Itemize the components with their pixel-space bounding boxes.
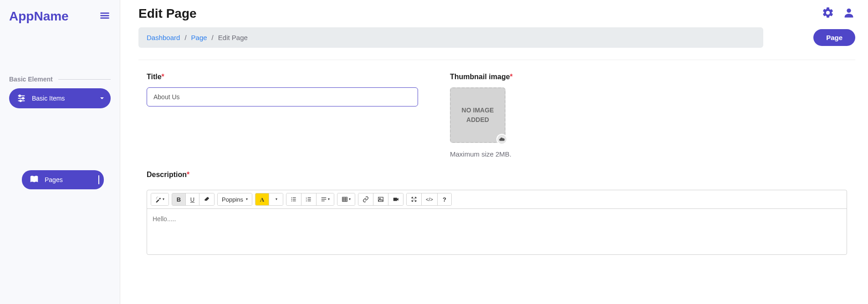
page-title: Edit Page	[138, 6, 197, 21]
thumbnail-hint: Maximum size 2MB.	[450, 150, 647, 158]
eraser-button[interactable]	[199, 193, 214, 205]
table-button[interactable]: ▾	[337, 193, 355, 205]
user-icon[interactable]	[842, 6, 855, 21]
font-color-button[interactable]: A	[255, 193, 269, 205]
svg-rect-21	[308, 198, 311, 198]
menu-toggle-icon[interactable]	[99, 10, 111, 23]
fullscreen-button[interactable]	[407, 193, 422, 205]
title-label: Title*	[147, 73, 164, 81]
magic-icon[interactable]: ▾	[151, 193, 168, 205]
svg-rect-19	[293, 201, 296, 201]
font-family-select[interactable]: Poppins▾	[218, 193, 252, 205]
svg-rect-2	[100, 17, 109, 19]
svg-rect-28	[322, 201, 325, 201]
cloud-upload-icon	[496, 134, 507, 145]
svg-point-9	[33, 176, 35, 178]
thumbnail-label: Thumbnail image*	[450, 73, 513, 81]
svg-rect-29	[342, 197, 347, 201]
svg-point-4	[19, 95, 21, 97]
video-button[interactable]	[388, 193, 403, 205]
bold-button[interactable]: B	[172, 193, 186, 205]
sidebar-section-label: Basic Element	[9, 76, 53, 83]
settings-icon[interactable]	[822, 6, 834, 21]
main-content: Edit Page Dashboard / Page / Edit Page	[120, 0, 868, 304]
rich-text-editor: ▾ B U Poppins▾ A	[147, 190, 847, 255]
no-image-text: NO IMAGE ADDED	[451, 106, 505, 125]
sidebar-item-pages[interactable]: Pages	[22, 170, 104, 189]
svg-rect-15	[293, 198, 296, 198]
breadcrumb-link-page[interactable]: Page	[191, 34, 207, 41]
breadcrumb-separator: /	[212, 34, 214, 41]
paragraph-button[interactable]: ▾	[317, 193, 334, 205]
svg-rect-17	[293, 199, 296, 199]
breadcrumb: Dashboard / Page / Edit Page	[138, 27, 763, 48]
editor-content[interactable]: Hello.....	[147, 209, 847, 254]
breadcrumb-separator: /	[184, 34, 186, 41]
ordered-list-button[interactable]: 123	[301, 193, 317, 205]
svg-rect-27	[322, 199, 327, 199]
svg-point-16	[291, 199, 292, 200]
description-label: Description*	[147, 171, 189, 179]
svg-point-10	[847, 9, 851, 13]
sidebar-item-label: Pages	[45, 176, 63, 183]
svg-point-14	[291, 198, 292, 198]
thumbnail-upload[interactable]: NO IMAGE ADDED	[450, 87, 505, 143]
svg-rect-0	[100, 13, 109, 14]
sidebar: AppName Basic Element Basic Items Pages	[0, 0, 120, 304]
svg-point-8	[20, 100, 21, 102]
svg-rect-25	[308, 201, 311, 201]
svg-point-12	[158, 197, 158, 197]
title-input[interactable]	[147, 87, 418, 106]
svg-point-6	[22, 97, 24, 99]
font-color-caret[interactable]: ▾	[269, 193, 283, 205]
svg-rect-34	[378, 197, 383, 201]
sliders-icon	[16, 93, 26, 103]
svg-rect-26	[322, 198, 327, 198]
book-icon	[29, 175, 39, 185]
svg-rect-1	[100, 15, 109, 16]
active-indicator	[98, 175, 99, 184]
sidebar-item-basic-items[interactable]: Basic Items	[9, 88, 111, 108]
code-view-button[interactable]: </>	[422, 193, 438, 205]
page-button[interactable]: Page	[813, 29, 855, 46]
svg-point-11	[156, 197, 157, 198]
breadcrumb-current: Edit Page	[218, 34, 248, 41]
image-button[interactable]	[373, 193, 388, 205]
svg-rect-36	[393, 198, 397, 201]
sidebar-item-label: Basic Items	[32, 95, 65, 102]
svg-point-13	[156, 198, 157, 199]
divider	[58, 79, 111, 80]
help-button[interactable]: ?	[438, 193, 451, 205]
underline-button[interactable]: U	[186, 193, 199, 205]
svg-point-18	[291, 201, 292, 202]
editor-toolbar: ▾ B U Poppins▾ A	[147, 190, 847, 209]
breadcrumb-link-dashboard[interactable]: Dashboard	[147, 34, 180, 41]
link-button[interactable]	[358, 193, 373, 205]
chevron-down-icon	[100, 94, 104, 102]
unordered-list-button[interactable]	[286, 193, 301, 205]
svg-text:3: 3	[306, 200, 307, 202]
app-logo: AppName	[9, 9, 69, 24]
svg-rect-23	[308, 199, 311, 199]
